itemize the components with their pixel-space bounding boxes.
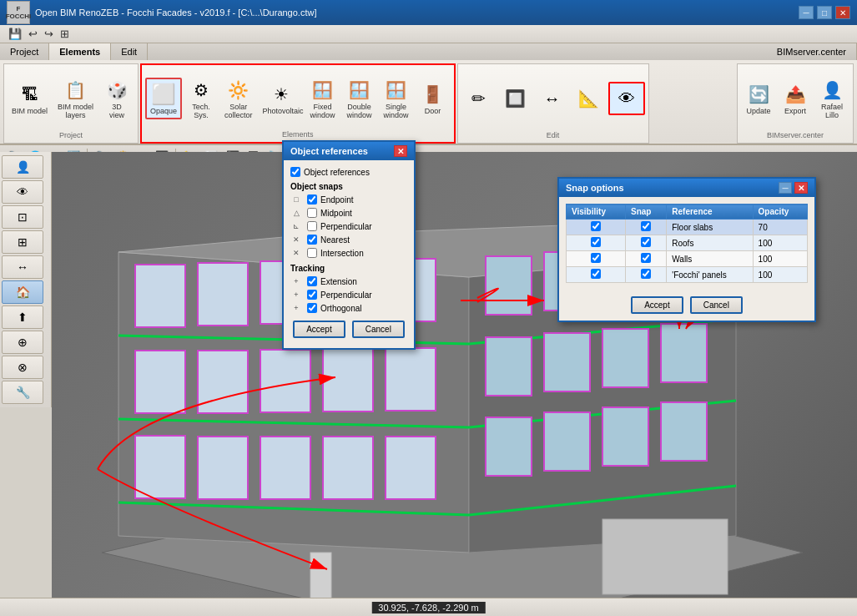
bim-model-icon: 🏗 bbox=[17, 81, 43, 108]
walls-visibility-checkbox[interactable] bbox=[591, 253, 601, 263]
close-button[interactable]: ✕ bbox=[835, 6, 850, 19]
endpoint-checkbox[interactable] bbox=[307, 194, 317, 204]
bim-model-layers-button[interactable]: 📋 BIM modellayers bbox=[53, 74, 98, 123]
bim-model-button[interactable]: 🏗 BIM model bbox=[8, 78, 52, 119]
intersection-icon: ✕ bbox=[290, 247, 302, 259]
sidebar-remove-button[interactable]: ⊗ bbox=[2, 356, 43, 379]
object-references-dialog-title: Object references ✕ bbox=[284, 142, 414, 160]
fixed-window-button[interactable]: 🪟 Fixedwindow bbox=[305, 74, 340, 123]
perpendicular-checkbox[interactable] bbox=[307, 221, 317, 231]
solar-collector-icon: 🔆 bbox=[225, 77, 252, 104]
walls-opacity-cell: 100 bbox=[753, 251, 807, 267]
tech-sys-button[interactable]: ⚙ Tech.Sys. bbox=[184, 74, 219, 123]
endpoint-icon: □ bbox=[290, 194, 302, 205]
move-button[interactable]: ↔ bbox=[535, 83, 570, 114]
object-references-dialog-body: Object references Object snaps □ Endpoin… bbox=[284, 160, 414, 348]
view-button[interactable]: 👁 bbox=[608, 82, 645, 115]
focchi-panels-snap-checkbox[interactable] bbox=[641, 269, 651, 279]
svg-rect-20 bbox=[135, 436, 185, 498]
update-button[interactable]: 🔄 Update bbox=[741, 78, 776, 119]
sidebar-grid-button[interactable]: ⊡ bbox=[2, 205, 43, 229]
object-references-close-button[interactable]: ✕ bbox=[394, 145, 407, 157]
sidebar-person-button[interactable]: 👤 bbox=[2, 155, 43, 179]
opaque-label: Opaque bbox=[150, 108, 177, 116]
snap-options-buttons: Accept Cancel bbox=[559, 290, 814, 321]
intersection-checkbox[interactable] bbox=[307, 248, 317, 258]
object-references-accept-button[interactable]: Accept bbox=[293, 321, 345, 338]
floor-slabs-visibility-checkbox[interactable] bbox=[591, 221, 601, 231]
save-button[interactable]: 💾 bbox=[7, 28, 23, 40]
object-references-checkbox[interactable] bbox=[290, 167, 300, 177]
sidebar-wrench-button[interactable]: 🔧 bbox=[2, 381, 43, 404]
snap-table-header-row: Visibility Snap Reference Opacity bbox=[567, 204, 808, 220]
nearest-checkbox[interactable] bbox=[307, 235, 317, 245]
options-button[interactable]: ⊞ bbox=[58, 28, 71, 40]
snap-options-accept-button[interactable]: Accept bbox=[631, 296, 683, 314]
3d-view-icon: 🎲 bbox=[103, 77, 130, 104]
export-button[interactable]: 📤 Export bbox=[778, 78, 813, 119]
single-window-button[interactable]: 🪟 Singlewindow bbox=[379, 74, 414, 123]
photovoltaic-button[interactable]: ☀ Photovoltaic bbox=[259, 78, 304, 119]
door-button[interactable]: 🚪 Door bbox=[416, 78, 451, 119]
tracking-perpendicular-label: Perpendicular bbox=[320, 290, 372, 300]
object-references-buttons: Accept Cancel bbox=[290, 321, 407, 343]
walls-snap-checkbox[interactable] bbox=[641, 253, 651, 263]
snap-midpoint-row: △ Midpoint bbox=[290, 207, 407, 219]
solar-collector-button[interactable]: 🔆 Solarcollector bbox=[220, 74, 257, 123]
tab-edit[interactable]: Edit bbox=[111, 43, 148, 60]
fixed-window-label: Fixedwindow bbox=[310, 104, 335, 120]
roofs-snap-checkbox[interactable] bbox=[641, 237, 651, 247]
extension-checkbox[interactable] bbox=[307, 276, 317, 286]
object-references-cancel-button[interactable]: Cancel bbox=[352, 321, 405, 338]
sidebar-box-button[interactable]: ⊞ bbox=[2, 230, 43, 254]
measure-icon: 📐 bbox=[576, 85, 602, 112]
user-button[interactable]: 👤 RafaelLillo bbox=[814, 74, 849, 123]
sidebar-up-button[interactable]: ⬆ bbox=[2, 305, 43, 329]
snap-options-cancel-button[interactable]: Cancel bbox=[690, 296, 743, 314]
tab-bimserver[interactable]: BIMserver.center bbox=[767, 43, 857, 60]
tech-sys-icon: ⚙ bbox=[188, 77, 214, 104]
sidebar-eye-button[interactable]: 👁 bbox=[2, 180, 43, 204]
measure-button[interactable]: 📐 bbox=[572, 83, 607, 114]
snap-options-close-button[interactable]: ✕ bbox=[794, 182, 808, 194]
tracking-perpendicular-row: + Perpendicular bbox=[290, 289, 407, 300]
double-window-button[interactable]: 🪟 Doublewindow bbox=[342, 74, 377, 123]
midpoint-checkbox[interactable] bbox=[307, 208, 317, 218]
tracking-perpendicular-checkbox[interactable] bbox=[307, 290, 317, 300]
sidebar-home-button[interactable]: 🏠 bbox=[2, 280, 43, 304]
left-sidebar: 👤 👁 ⊡ ⊞ ↔ 🏠 ⬆ ⊕ ⊗ 🔧 bbox=[0, 152, 52, 407]
focchi-panels-reference-cell: 'Focchi' panels bbox=[667, 267, 753, 283]
tech-sys-label: Tech.Sys. bbox=[192, 104, 210, 120]
pencil-button[interactable]: ✏ bbox=[461, 83, 497, 114]
minimize-button[interactable]: ─ bbox=[799, 6, 814, 19]
snap-options-minimize-button[interactable]: ─ bbox=[779, 182, 792, 194]
photovoltaic-label: Photovoltaic bbox=[263, 108, 300, 116]
snap-options-dialog-title: Snap options ─ ✕ bbox=[559, 179, 814, 197]
reference-header: Reference bbox=[667, 204, 753, 220]
opaque-button[interactable]: ⬜ Opaque bbox=[145, 78, 182, 119]
svg-rect-36 bbox=[661, 402, 707, 461]
floor-slabs-opacity-cell: 70 bbox=[753, 220, 807, 235]
svg-rect-10 bbox=[135, 265, 185, 327]
tab-elements[interactable]: Elements bbox=[49, 43, 111, 60]
sidebar-add-button[interactable]: ⊕ bbox=[2, 331, 43, 354]
redo-button[interactable]: ↪ bbox=[43, 28, 55, 40]
maximize-button[interactable]: □ bbox=[817, 6, 832, 19]
focchi-panels-visibility-checkbox[interactable] bbox=[591, 269, 601, 279]
undo-button[interactable]: ↩ bbox=[27, 28, 39, 40]
svg-rect-15 bbox=[135, 351, 185, 413]
snap-nearest-row: ✕ Nearest bbox=[290, 234, 407, 245]
3d-view-button[interactable]: 🎲 3Dview bbox=[99, 74, 134, 123]
ribbon-group-bimserver-label: BIMserver.center bbox=[767, 131, 824, 141]
orthogonal-checkbox[interactable] bbox=[307, 303, 317, 313]
snap-options-table: Visibility Snap Reference Opacity Floor … bbox=[566, 204, 808, 283]
sidebar-move-button[interactable]: ↔ bbox=[2, 255, 43, 279]
roofs-visibility-checkbox[interactable] bbox=[591, 237, 601, 247]
svg-rect-34 bbox=[544, 412, 590, 471]
floor-slabs-snap-checkbox[interactable] bbox=[641, 221, 651, 231]
tab-project[interactable]: Project bbox=[0, 43, 49, 60]
object-references-main-row: Object references bbox=[290, 167, 407, 177]
svg-rect-22 bbox=[260, 437, 310, 499]
svg-rect-21 bbox=[198, 437, 248, 499]
frame-button[interactable]: 🔲 bbox=[498, 83, 533, 114]
